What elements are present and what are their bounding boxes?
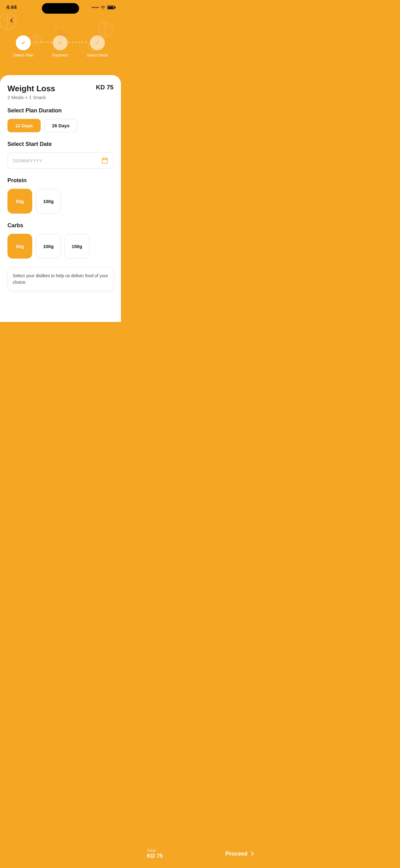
- plan-title: Weight Loss: [7, 84, 55, 93]
- protein-options: 50g 100g: [7, 189, 113, 214]
- dynamic-island: [42, 3, 79, 14]
- plan-subtitle: 2 Meals + 1 Snack: [7, 95, 113, 100]
- duration-12-days-button[interactable]: 12 Days: [7, 119, 41, 132]
- signal-icon: [92, 7, 99, 8]
- battery-icon: [107, 6, 115, 9]
- step-circle-1: ✓: [16, 35, 31, 50]
- carbs-100g-button[interactable]: 100g: [36, 234, 61, 258]
- start-date-section-title: Select Start Date: [7, 141, 113, 148]
- progress-steps: ✓ Select Plan ✓ Payment ✓ Select Meal: [7, 30, 113, 67]
- step-label-2: Payment: [52, 53, 68, 57]
- date-input[interactable]: DD/MM/YYYY: [7, 152, 113, 168]
- plan-header: Weight Loss KD 75: [7, 84, 113, 93]
- date-placeholder: DD/MM/YYYY: [13, 158, 42, 163]
- step-check-2: ✓: [58, 39, 62, 46]
- duration-section-title: Select Plan Duration: [7, 107, 113, 114]
- step-label-3: Select Meal: [87, 53, 108, 57]
- step-circle-3: ✓: [90, 35, 105, 50]
- protein-50g-button[interactable]: 50g: [7, 189, 32, 214]
- header-area: 🍗 ✓ Select Plan ✓ Payment ✓ Select Meal: [0, 13, 121, 75]
- protein-100g-button[interactable]: 100g: [36, 189, 61, 214]
- step-label-1: Select Plan: [13, 53, 34, 57]
- carbs-50g-button[interactable]: 50g: [7, 234, 32, 258]
- carbs-section-title: Carbs: [7, 222, 113, 229]
- step-check-1: ✓: [21, 39, 26, 46]
- duration-26-days-button[interactable]: 26 Days: [44, 119, 77, 132]
- step-circle-2: ✓: [53, 35, 68, 50]
- step-select-meal: ✓ Select Meal: [87, 35, 108, 57]
- dislikes-notice: Select your dislikes to help us deliver …: [7, 267, 113, 291]
- status-bar: 4:44: [0, 0, 121, 13]
- main-content: Weight Loss KD 75 2 Meals + 1 Snack Sele…: [0, 75, 121, 322]
- duration-options: 12 Days 26 Days: [7, 119, 113, 132]
- protein-section-title: Protein: [7, 177, 113, 184]
- back-button[interactable]: [7, 16, 18, 26]
- carbs-options: 50g 100g 150g: [7, 234, 113, 258]
- plan-price: KD 75: [96, 84, 113, 91]
- step-line-1: [33, 42, 52, 42]
- carbs-150g-button[interactable]: 150g: [65, 234, 89, 258]
- status-time: 4:44: [6, 4, 17, 10]
- step-payment: ✓ Payment: [52, 35, 68, 57]
- step-select-plan: ✓ Select Plan: [13, 35, 34, 57]
- calendar-icon: [101, 157, 108, 164]
- dislikes-text: Select your dislikes to help us deliver …: [13, 273, 108, 286]
- step-line-2: [68, 42, 87, 42]
- step-check-3: ✓: [95, 39, 100, 46]
- back-chevron-icon: [10, 18, 14, 23]
- status-icons: [92, 6, 115, 9]
- svg-rect-9: [102, 158, 108, 164]
- wifi-icon: [100, 6, 105, 9]
